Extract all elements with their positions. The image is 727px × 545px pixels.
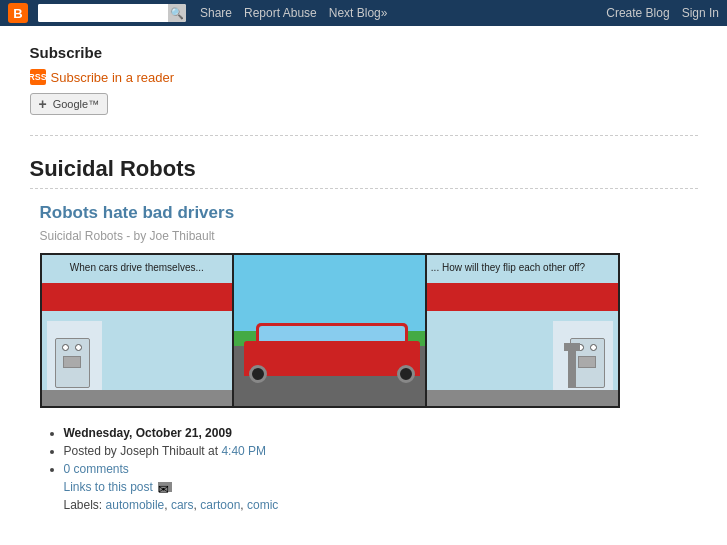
panel1-robot xyxy=(55,338,90,388)
post-title: Robots hate bad drivers xyxy=(40,203,688,223)
search-button[interactable]: 🔍 xyxy=(168,4,186,22)
post-date: Wednesday, October 21, 2009 xyxy=(64,426,688,440)
nav-next-blog[interactable]: Next Blog» xyxy=(329,6,388,20)
panel3-text: ... How will they flip each other off? xyxy=(431,261,614,274)
label-cars[interactable]: cars xyxy=(171,498,194,512)
blog-title: Suicidal Robots xyxy=(30,146,698,188)
subscribe-section: Subscribe RSS Subscribe in a reader + Go… xyxy=(30,36,698,125)
nav-report-abuse[interactable]: Report Abuse xyxy=(244,6,317,20)
label-comic[interactable]: comic xyxy=(247,498,278,512)
panel1-ground xyxy=(42,390,233,406)
labels-line: Labels: automobile, cars, cartoon, comic xyxy=(64,498,688,512)
panel2-car-body xyxy=(244,341,420,376)
nav-sign-in[interactable]: Sign In xyxy=(682,6,719,20)
nav-links: Share Report Abuse Next Blog» xyxy=(200,6,387,20)
post-date-text: Wednesday, October 21, 2009 xyxy=(64,426,232,440)
nav-share[interactable]: Share xyxy=(200,6,232,20)
comic-strip: When cars drive themselves... xyxy=(40,253,620,408)
post-subtitle: Suicidal Robots - by Joe Thibault xyxy=(40,229,688,243)
panel1-eye-left xyxy=(62,344,69,351)
google-plus-icon: + xyxy=(39,96,47,112)
panel2-sky xyxy=(234,255,425,331)
google-label: Google™ xyxy=(53,98,99,110)
nav-right: Create Blog Sign In xyxy=(606,6,719,20)
panel2-car xyxy=(244,321,420,376)
nav-create-blog[interactable]: Create Blog xyxy=(606,6,669,20)
panel3-robot-mouth xyxy=(578,356,596,368)
mail-icon: ✉ xyxy=(158,482,172,492)
post-time-link[interactable]: 4:40 PM xyxy=(221,444,266,458)
post: Robots hate bad drivers Suicidal Robots … xyxy=(30,203,698,516)
search-input[interactable] xyxy=(38,4,168,22)
comic-panel-2 xyxy=(234,255,427,406)
panel1-text: When cars drive themselves... xyxy=(47,261,228,274)
posted-by-label: Posted by Joseph Thibault at xyxy=(64,444,222,458)
navbar: B 🔍 Share Report Abuse Next Blog» Create… xyxy=(0,0,727,26)
panel3-roof xyxy=(427,283,618,311)
panel3-pipe-vertical xyxy=(568,348,576,388)
subscribe-divider xyxy=(30,135,698,136)
comments-link[interactable]: 0 comments xyxy=(64,462,129,476)
panel2-wheel-right xyxy=(397,365,415,383)
comic-panel-3: ... How will they flip each other off? xyxy=(427,255,618,406)
rss-icon: RSS xyxy=(30,69,46,85)
label-cartoon[interactable]: cartoon xyxy=(200,498,240,512)
panel3-pipe-horizontal xyxy=(564,343,580,351)
links-to-post-link[interactable]: Links to this post xyxy=(64,480,153,494)
links-to-post: Links to this post ✉ xyxy=(64,480,688,494)
title-divider xyxy=(30,188,698,189)
labels-prefix: Labels: xyxy=(64,498,103,512)
subscribe-rss-label: Subscribe in a reader xyxy=(51,70,175,85)
panel1-roof xyxy=(42,283,235,311)
subscribe-heading: Subscribe xyxy=(30,44,698,61)
google-subscribe-button[interactable]: + Google™ xyxy=(30,93,109,115)
blogger-logo: B xyxy=(8,3,28,23)
post-meta: Wednesday, October 21, 2009 Posted by Jo… xyxy=(40,422,688,516)
panel3-ground xyxy=(427,390,618,406)
post-author: Posted by Joseph Thibault at 4:40 PM xyxy=(64,444,688,458)
subscribe-rss-link[interactable]: RSS Subscribe in a reader xyxy=(30,69,698,85)
comic-panel-1: When cars drive themselves... xyxy=(42,255,235,406)
panel1-robot-eyes xyxy=(56,339,89,353)
main-content: Subscribe RSS Subscribe in a reader + Go… xyxy=(14,26,714,526)
panel1-robot-mouth xyxy=(63,356,81,368)
search-bar[interactable]: 🔍 xyxy=(38,4,186,22)
label-automobile[interactable]: automobile xyxy=(106,498,165,512)
panel1-eye-right xyxy=(75,344,82,351)
panel3-eye-right xyxy=(590,344,597,351)
post-comments: 0 comments xyxy=(64,462,688,476)
